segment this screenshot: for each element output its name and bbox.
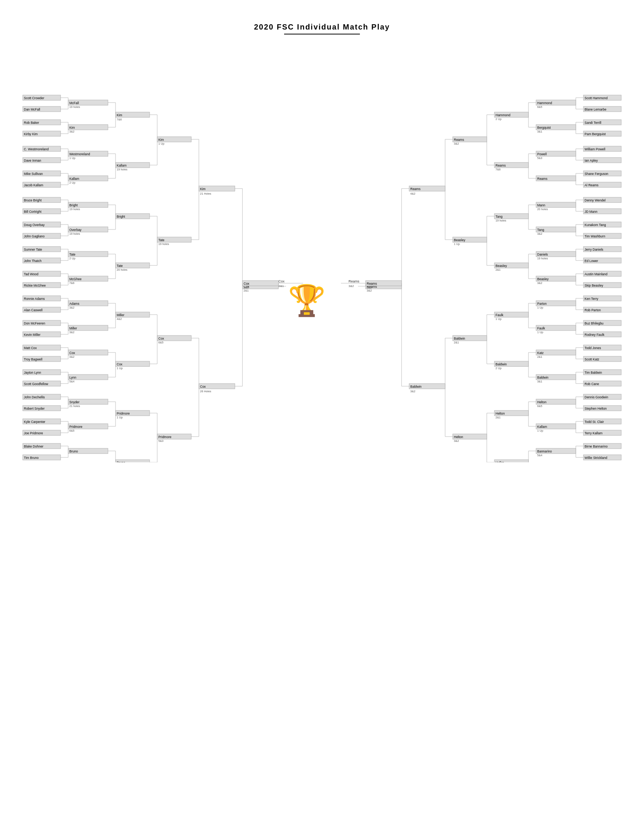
svg-text:Matt Cox: Matt Cox <box>24 346 37 350</box>
svg-text:3&1: 3&1 <box>537 380 542 383</box>
svg-text:Snyder: Snyder <box>69 400 80 404</box>
svg-text:4&2: 4&2 <box>69 355 74 359</box>
svg-text:3&1: 3&1 <box>537 130 542 133</box>
svg-text:Kirby Kim: Kirby Kim <box>24 132 37 136</box>
svg-text:Troy Bagwell: Troy Bagwell <box>24 357 42 361</box>
svg-text:2 Up: 2 Up <box>496 117 502 121</box>
svg-text:1 Up: 1 Up <box>69 156 76 160</box>
svg-text:Jacob Kallam: Jacob Kallam <box>24 183 43 187</box>
svg-text:Hammond: Hammond <box>496 113 510 117</box>
svg-text:Rodney Faulk: Rodney Faulk <box>584 333 605 337</box>
svg-text:1 Up: 1 Up <box>496 317 502 321</box>
page-title: 2020 FSC Individual Match Play <box>15 23 629 31</box>
svg-text:20 holes: 20 holes <box>537 207 548 211</box>
svg-text:Tim Bruno: Tim Bruno <box>24 456 39 460</box>
svg-text:Helton: Helton <box>496 412 505 415</box>
svg-text:Willie Strickland: Willie Strickland <box>584 456 607 460</box>
svg-text:5&3: 5&3 <box>537 156 542 160</box>
svg-text:3&2: 3&2 <box>69 130 74 133</box>
svg-text:Cox: Cox <box>158 337 164 340</box>
svg-text:Scott Hammond: Scott Hammond <box>584 96 608 100</box>
svg-text:Beasley: Beasley <box>454 238 465 242</box>
svg-text:Bright: Bright <box>69 203 78 207</box>
svg-text:21 Holes: 21 Holes <box>200 192 211 195</box>
svg-text:3&2: 3&2 <box>349 285 354 288</box>
svg-text:Pam Bergquist: Pam Bergquist <box>584 132 606 136</box>
svg-text:McFall: McFall <box>69 101 79 105</box>
svg-text:Dennis Goodwin: Dennis Goodwin <box>584 395 609 399</box>
svg-text:Rob Cane: Rob Cane <box>584 382 599 386</box>
svg-text:Bruce Bright: Bruce Bright <box>24 198 42 202</box>
title-area: 2020 FSC Individual Match Play <box>15 23 629 34</box>
svg-text:Blake Dohner: Blake Dohner <box>24 444 43 448</box>
svg-text:7&6: 7&6 <box>69 281 74 285</box>
svg-text:Cox: Cox <box>69 351 76 355</box>
svg-text:3&2: 3&2 <box>537 232 542 235</box>
svg-text:Powell: Powell <box>537 152 547 156</box>
svg-text:Alan Caswell: Alan Caswell <box>24 308 42 312</box>
svg-text:Kallam: Kallam <box>117 164 127 167</box>
svg-text:19 holes: 19 holes <box>496 219 507 222</box>
svg-text:2&1: 2&1 <box>243 289 248 292</box>
svg-text:Kallam: Kallam <box>69 177 79 181</box>
svg-text:3&2: 3&2 <box>69 306 74 309</box>
svg-text:Baldwin: Baldwin <box>496 362 507 366</box>
svg-text:1 Up: 1 Up <box>537 306 543 309</box>
svg-text:19 holes: 19 holes <box>537 257 548 260</box>
svg-text:Hammond: Hammond <box>537 101 552 105</box>
svg-text:Lynn: Lynn <box>69 376 76 380</box>
svg-text:Todd Jones: Todd Jones <box>584 346 601 350</box>
svg-text:Ian Apley: Ian Apley <box>584 159 598 162</box>
svg-text:John Dechellis: John Dechellis <box>24 395 45 399</box>
page: 2020 FSC Individual Match Play Scott Cro… <box>0 0 644 833</box>
svg-text:Kim: Kim <box>69 126 75 130</box>
svg-text:Sandi Terrill: Sandi Terrill <box>584 121 601 125</box>
svg-text:Cox: Cox <box>243 282 250 286</box>
svg-text:Tate: Tate <box>158 238 164 242</box>
svg-text:2 Up: 2 Up <box>496 367 502 370</box>
svg-text:19 holes: 19 holes <box>69 105 80 109</box>
svg-text:Cox: Cox <box>200 385 206 389</box>
svg-text:3&2: 3&2 <box>69 331 74 334</box>
svg-text:3&2: 3&2 <box>367 286 372 289</box>
svg-text:Bruno: Bruno <box>117 461 126 462</box>
svg-text:Westmoreland: Westmoreland <box>69 152 90 156</box>
svg-text:Todd St. Clair: Todd St. Clair <box>584 420 604 424</box>
svg-text:Jayton Lynn: Jayton Lynn <box>24 371 41 375</box>
svg-text:Pridmore: Pridmore <box>158 435 172 439</box>
svg-text:Sumner Tate: Sumner Tate <box>24 248 42 251</box>
svg-text:6&5: 6&5 <box>537 404 542 408</box>
svg-text:Pridmore: Pridmore <box>117 412 130 415</box>
svg-text:Mann: Mann <box>537 203 546 207</box>
svg-text:Kim: Kim <box>117 113 122 117</box>
svg-text:2 Up: 2 Up <box>69 257 76 260</box>
svg-text:Terry Kallam: Terry Kallam <box>584 431 602 435</box>
svg-text:Shane Ferguson: Shane Ferguson <box>584 172 609 176</box>
svg-text:Tim Baldwin: Tim Baldwin <box>584 371 602 375</box>
svg-text:Rob Baker: Rob Baker <box>24 121 39 125</box>
svg-text:1 Up: 1 Up <box>117 367 123 370</box>
svg-text:Pridmore: Pridmore <box>69 425 82 429</box>
svg-text:3&2: 3&2 <box>410 390 415 393</box>
svg-text:19 holes: 19 holes <box>69 232 80 235</box>
svg-text:Reams: Reams <box>410 187 420 191</box>
svg-text:26 Holes: 26 Holes <box>200 390 211 393</box>
svg-text:5&3: 5&3 <box>158 439 163 442</box>
svg-text:Miller: Miller <box>69 326 77 330</box>
svg-text:2&1: 2&1 <box>279 285 284 288</box>
svg-text:Kallam: Kallam <box>537 425 547 429</box>
svg-text:Scott Katz: Scott Katz <box>584 357 599 361</box>
svg-text:3&2: 3&2 <box>454 439 459 442</box>
svg-text:Baldwin: Baldwin <box>454 337 465 340</box>
svg-text:Faulk: Faulk <box>496 313 504 317</box>
bracket-svg: Scott Crowder Dan McFall McFall 19 holes… <box>19 46 625 462</box>
svg-text:20 holes: 20 holes <box>117 268 128 272</box>
svg-text:Kim: Kim <box>158 138 164 142</box>
svg-text:Al Reams: Al Reams <box>584 183 599 187</box>
svg-text:Blane Lemarbe: Blane Lemarbe <box>584 108 607 111</box>
svg-text:Rickie McGhee: Rickie McGhee <box>24 284 46 287</box>
svg-text:Parton: Parton <box>537 302 547 306</box>
svg-text:Skip Beasley: Skip Beasley <box>584 284 604 287</box>
svg-text:Austin Mainland: Austin Mainland <box>584 272 608 276</box>
svg-text:Helton: Helton <box>537 400 547 404</box>
